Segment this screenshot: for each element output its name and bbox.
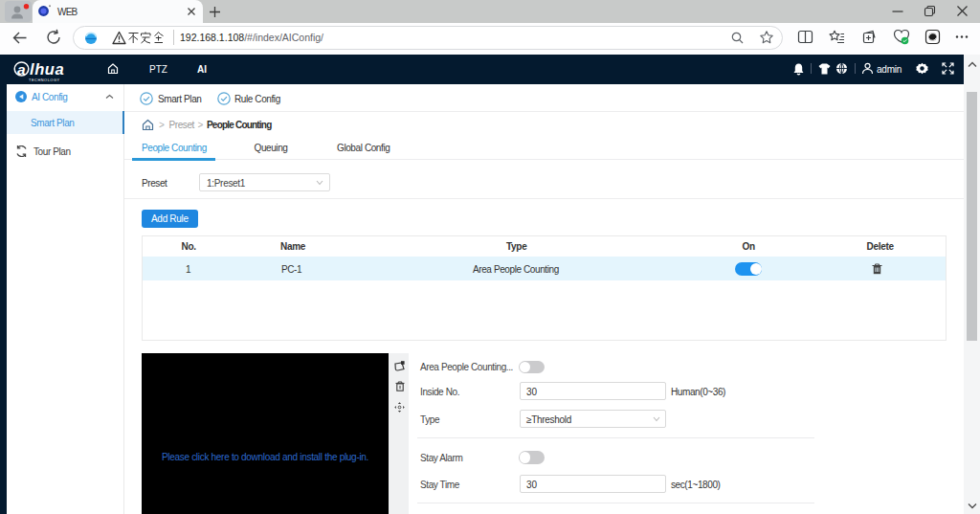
svg-text:lhua: lhua [30, 60, 64, 78]
svg-text:TECHNOLOGY: TECHNOLOGY [29, 78, 60, 82]
